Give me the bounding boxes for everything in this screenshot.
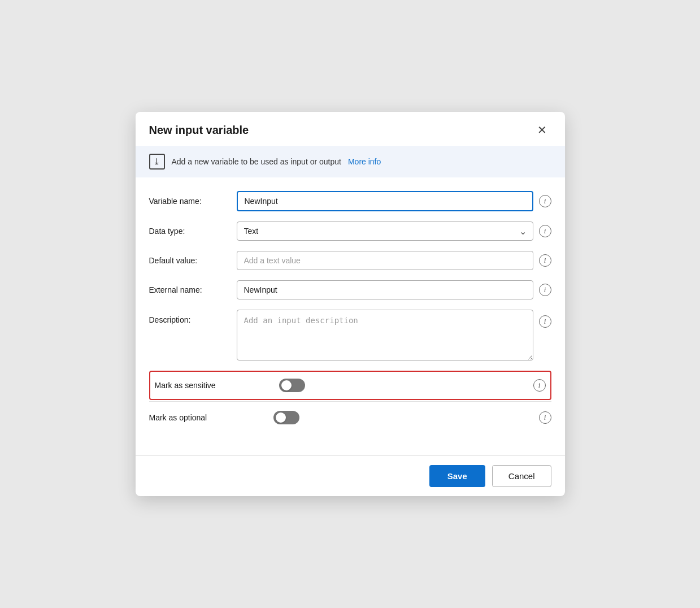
mark-as-optional-label: Mark as optional (149, 413, 273, 422)
import-icon: ⤓ (149, 154, 165, 170)
default-value-label: Default value: (149, 256, 237, 265)
new-input-variable-dialog: New input variable ✕ ⤓ Add a new variabl… (136, 112, 565, 496)
toggle-thumb-sensitive (281, 380, 292, 390)
close-button[interactable]: ✕ (533, 122, 551, 138)
cancel-button[interactable]: Cancel (492, 465, 551, 487)
variable-name-input[interactable] (237, 191, 533, 211)
description-label: Description: (149, 310, 237, 324)
variable-name-row: Variable name: i (149, 191, 551, 211)
variable-name-info-icon[interactable]: i (539, 195, 551, 207)
external-name-label: External name: (149, 285, 237, 294)
description-textarea[interactable] (237, 310, 533, 361)
data-type-control: Text Number Boolean List DateTime ⌄ i (237, 222, 551, 241)
description-info-icon[interactable]: i (539, 315, 551, 328)
mark-as-sensitive-toggle[interactable] (279, 379, 305, 392)
toggle-section: Mark as sensitive i Mark as optional (149, 371, 551, 433)
dialog-body: Variable name: i Data type: Text Number … (136, 177, 565, 442)
more-info-link[interactable]: More info (348, 157, 381, 166)
optional-info-icon[interactable]: i (539, 411, 551, 424)
toggle-thumb-optional (276, 412, 286, 423)
default-value-control: i (237, 251, 551, 270)
variable-name-label: Variable name: (149, 197, 237, 206)
sensitive-info-icon[interactable]: i (533, 379, 546, 392)
default-value-info-icon[interactable]: i (539, 254, 551, 267)
external-name-row: External name: i (149, 280, 551, 299)
data-type-info-icon[interactable]: i (539, 225, 551, 237)
external-name-info-icon[interactable]: i (539, 284, 551, 296)
variable-name-control: i (237, 191, 551, 211)
external-name-control: i (237, 280, 551, 299)
dialog-title: New input variable (149, 124, 249, 137)
dialog-header: New input variable ✕ (136, 112, 565, 146)
external-name-input[interactable] (237, 280, 533, 299)
mark-as-sensitive-row: Mark as sensitive i (149, 371, 551, 400)
data-type-label: Data type: (149, 227, 237, 236)
save-button[interactable]: Save (429, 465, 485, 487)
mark-as-optional-row: Mark as optional i (149, 401, 551, 433)
default-value-row: Default value: i (149, 251, 551, 270)
description-control: i (237, 310, 551, 361)
banner-text: Add a new variable to be used as input o… (172, 157, 341, 166)
mark-as-optional-toggle[interactable] (273, 411, 299, 424)
dialog-footer: Save Cancel (136, 455, 565, 496)
info-banner: ⤓ Add a new variable to be used as input… (136, 146, 565, 177)
default-value-input[interactable] (237, 251, 533, 270)
data-type-select[interactable]: Text Number Boolean List DateTime (237, 222, 533, 241)
description-row: Description: i (149, 310, 551, 361)
mark-as-sensitive-label: Mark as sensitive (155, 381, 279, 390)
data-type-row: Data type: Text Number Boolean List Date… (149, 222, 551, 241)
data-type-select-wrapper: Text Number Boolean List DateTime ⌄ (237, 222, 533, 241)
